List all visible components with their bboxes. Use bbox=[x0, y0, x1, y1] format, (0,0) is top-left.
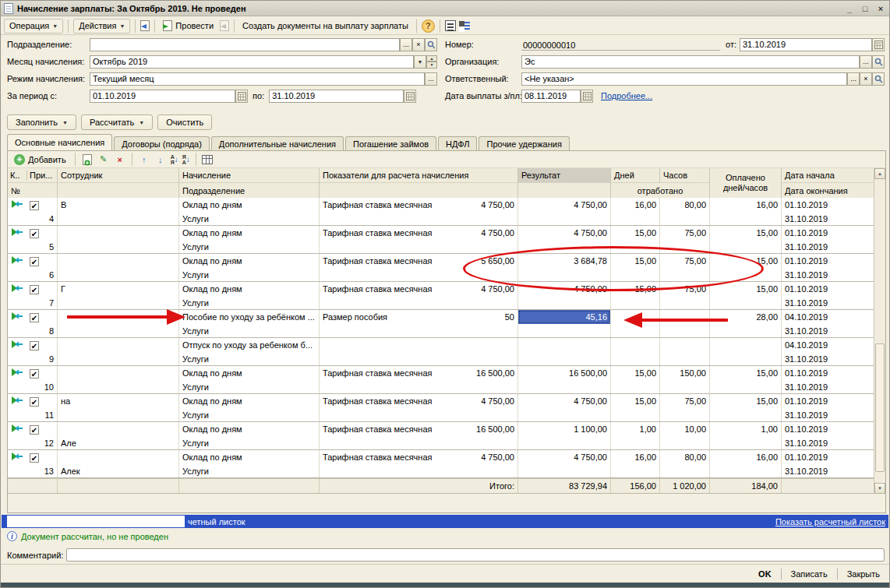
dates-cell[interactable]: 01.10.201931.10.2019 bbox=[782, 366, 874, 393]
row-marker-cell[interactable]: ✔7 bbox=[8, 282, 58, 309]
hours-cell[interactable]: 80,00 bbox=[660, 198, 710, 225]
result-cell[interactable]: 16 500,00 bbox=[518, 366, 611, 393]
indicator-cell[interactable]: Тарифная ставка месячная4 750,00 bbox=[320, 450, 518, 477]
dates-cell[interactable]: 04.10.201931.10.2019 bbox=[782, 338, 874, 365]
clear-button[interactable]: Очистить bbox=[157, 114, 212, 130]
dates-cell[interactable]: 01.10.201931.10.2019 bbox=[782, 450, 874, 477]
scroll-down-icon[interactable]: ▼ bbox=[874, 483, 885, 494]
hours-cell[interactable]: 80,00 bbox=[660, 450, 710, 477]
hours-cell[interactable]: 75,00 bbox=[660, 282, 710, 309]
employee-cell[interactable] bbox=[58, 310, 179, 337]
indicator-cell[interactable]: Тарифная ставка месячная4 750,00 bbox=[320, 394, 518, 421]
indicator-cell[interactable] bbox=[320, 338, 518, 365]
row-marker-cell[interactable]: ✔12 bbox=[8, 422, 58, 449]
move-up-icon[interactable]: ↑ bbox=[138, 153, 150, 166]
paid-cell[interactable]: 16,00 bbox=[710, 450, 782, 477]
accrual-cell[interactable]: Оклад по днямУслуги bbox=[179, 226, 320, 253]
paid-cell[interactable]: 1,00 bbox=[710, 422, 782, 449]
calendar-icon[interactable] bbox=[872, 38, 885, 51]
table-row[interactable]: ✔8Пособие по уходу за ребёнком ...Услуги… bbox=[8, 310, 874, 338]
indicator-cell[interactable]: Тарифная ставка месячная16 500,00 bbox=[320, 366, 518, 393]
search-icon[interactable] bbox=[872, 55, 885, 69]
row-marker-cell[interactable]: ✔10 bbox=[8, 366, 58, 393]
row-marker-cell[interactable]: ✔9 bbox=[8, 338, 58, 365]
tab-contracts[interactable]: Договоры (подряда) bbox=[114, 136, 210, 150]
dates-cell[interactable]: 01.10.201931.10.2019 bbox=[782, 282, 874, 309]
col-header-employee[interactable]: Сотрудник bbox=[58, 168, 178, 183]
employee-cell[interactable] bbox=[58, 254, 179, 281]
scrollbar-thumb[interactable] bbox=[875, 343, 885, 472]
copy-row-icon[interactable] bbox=[81, 153, 94, 166]
col-header-indicators[interactable]: Показатели для расчета начисления bbox=[320, 168, 517, 183]
list-settings-icon[interactable] bbox=[445, 20, 456, 31]
col-header-accrual[interactable]: Начисление bbox=[179, 168, 319, 183]
organization-field[interactable]: Эс bbox=[521, 55, 860, 69]
delete-row-icon[interactable]: × bbox=[114, 153, 126, 166]
close-doc-button[interactable]: Закрыть bbox=[844, 569, 883, 579]
days-cell[interactable] bbox=[611, 310, 660, 337]
table-row[interactable]: ✔6Оклад по днямУслугиТарифная ставка мес… bbox=[8, 254, 874, 282]
indicator-cell[interactable]: Тарифная ставка месячная4 750,00 bbox=[320, 282, 518, 309]
col-header-result[interactable]: Результат bbox=[518, 168, 610, 183]
col-header-num[interactable]: № bbox=[8, 183, 57, 198]
table-row[interactable]: ✔5Оклад по днямУслугиТарифная ставка мес… bbox=[8, 226, 874, 254]
row-marker-cell[interactable]: ✔8 bbox=[8, 310, 58, 337]
create-payment-docs-button[interactable]: Создать документы на выплату зарплаты bbox=[239, 19, 411, 33]
search-icon[interactable] bbox=[425, 38, 437, 51]
result-cell[interactable]: 4 750,00 bbox=[518, 198, 611, 225]
month-spinner[interactable]: ▲▼ bbox=[426, 55, 437, 69]
calendar-icon[interactable] bbox=[235, 90, 248, 103]
row-checkbox[interactable]: ✔ bbox=[30, 313, 39, 322]
reread-icon[interactable] bbox=[140, 20, 150, 31]
col-header-department[interactable]: Подразделение bbox=[179, 183, 319, 198]
move-down-icon[interactable]: ↓ bbox=[154, 153, 167, 166]
hours-cell[interactable] bbox=[660, 310, 710, 337]
period-from-field[interactable]: 01.10.2019 bbox=[90, 90, 235, 103]
accrual-cell[interactable]: Отпуск по уходу за ребенком б...Услуги bbox=[179, 338, 320, 365]
dates-cell[interactable]: 01.10.201931.10.2019 bbox=[782, 394, 874, 421]
table-row[interactable]: ✔10Оклад по днямУслугиТарифная ставка ме… bbox=[8, 366, 874, 394]
sort-asc-icon[interactable]: АЯ↓ bbox=[171, 154, 178, 165]
days-cell[interactable]: 15,00 bbox=[611, 226, 660, 253]
days-cell[interactable]: 15,00 bbox=[611, 366, 660, 393]
row-marker-cell[interactable]: ✔6 bbox=[8, 254, 58, 281]
dates-cell[interactable]: 04.10.201931.10.2019 bbox=[782, 310, 874, 337]
fill-button[interactable]: Заполнить▼ bbox=[7, 114, 76, 130]
hours-cell[interactable]: 75,00 bbox=[660, 394, 710, 421]
indicator-cell[interactable]: Тарифная ставка месячная4 750,00 bbox=[320, 198, 518, 225]
add-row-button[interactable]: + Добавить bbox=[11, 152, 69, 167]
dates-cell[interactable]: 01.10.201931.10.2019 bbox=[782, 226, 874, 253]
days-cell[interactable]: 16,00 bbox=[611, 198, 660, 225]
dates-cell[interactable]: 01.10.201931.10.2019 bbox=[782, 254, 874, 281]
edit-row-icon[interactable]: ✎ bbox=[97, 153, 110, 166]
dates-cell[interactable]: 01.10.201931.10.2019 bbox=[782, 198, 874, 225]
dates-cell[interactable]: 01.10.201931.10.2019 bbox=[782, 422, 874, 449]
col-header-date-start[interactable]: Дата начала bbox=[782, 168, 874, 183]
table-row[interactable]: ✔7ГОклад по днямУслугиТарифная ставка ме… bbox=[8, 282, 874, 310]
days-cell[interactable] bbox=[611, 338, 660, 365]
accrual-cell[interactable]: Оклад по днямУслуги bbox=[179, 282, 320, 309]
accrual-cell[interactable]: Оклад по днямУслуги bbox=[179, 422, 320, 449]
result-cell[interactable]: 4 750,00 bbox=[518, 450, 611, 477]
paid-cell[interactable]: 28,00 bbox=[710, 310, 782, 337]
form-settings-icon[interactable] bbox=[459, 20, 470, 31]
maximize-button[interactable]: □ bbox=[860, 4, 871, 13]
employee-cell[interactable] bbox=[58, 226, 179, 253]
details-link[interactable]: Подробнее... bbox=[601, 91, 652, 100]
paid-cell[interactable]: 15,00 bbox=[710, 282, 782, 309]
employee-cell[interactable] bbox=[58, 366, 179, 393]
row-checkbox[interactable]: ✔ bbox=[30, 341, 39, 350]
employee-cell[interactable]: на bbox=[58, 394, 179, 421]
row-checkbox[interactable]: ✔ bbox=[30, 453, 39, 463]
row-checkbox[interactable]: ✔ bbox=[30, 369, 39, 379]
employee-cell[interactable] bbox=[58, 338, 179, 365]
indicator-cell[interactable]: Тарифная ставка месячная4 750,00 bbox=[320, 226, 518, 253]
indicator-cell[interactable]: Тарифная ставка месячная5 650,00 bbox=[320, 254, 518, 281]
ok-button[interactable]: OK bbox=[755, 569, 775, 579]
col-header-worked[interactable]: отработано bbox=[611, 183, 709, 198]
col-header-pri[interactable]: При... bbox=[27, 171, 55, 180]
days-cell[interactable]: 1,00 bbox=[611, 422, 660, 449]
accrual-cell[interactable]: Оклад по днямУслуги bbox=[179, 198, 320, 225]
tab-loan-repayment[interactable]: Погашение займов bbox=[345, 136, 436, 150]
row-checkbox[interactable]: ✔ bbox=[30, 201, 39, 210]
